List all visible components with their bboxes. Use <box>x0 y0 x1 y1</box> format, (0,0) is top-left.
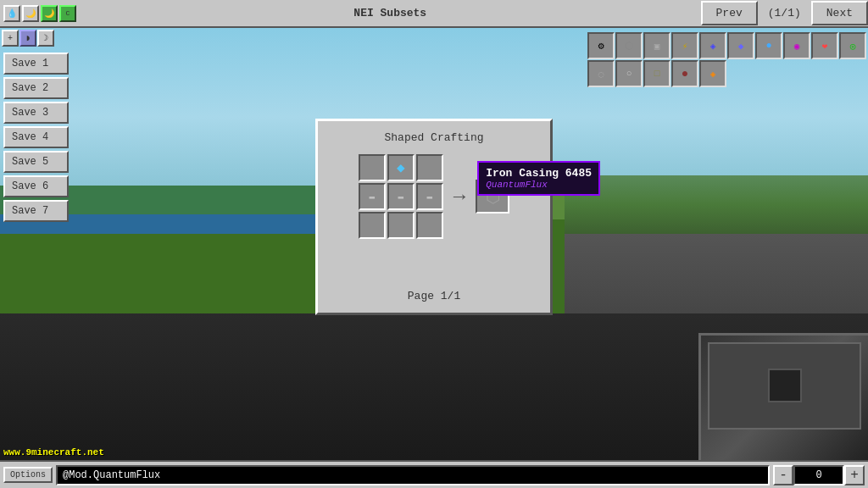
craft-slot-2-1[interactable] <box>387 212 415 239</box>
craft-slot-0-0[interactable] <box>359 154 386 181</box>
counter-display: 0 <box>793 465 844 485</box>
search-box[interactable] <box>56 465 770 485</box>
prev-button[interactable]: Prev <box>701 1 758 25</box>
inv-item-10[interactable]: ◎ <box>839 32 866 59</box>
inv-item-3[interactable]: ▣ <box>643 32 670 59</box>
icon-moon[interactable]: ◗ <box>19 30 36 47</box>
diamond-icon: ◆ <box>397 159 405 176</box>
icon-bucket[interactable]: + <box>2 30 19 47</box>
craft-arrow: → <box>453 186 465 208</box>
ingot-icon-2: ▬ <box>398 191 403 202</box>
top-bar-left-icons: 💧 🌙 🌙 C <box>0 3 80 24</box>
tooltip-mod-name: QuantumFlux <box>486 180 592 190</box>
save-2-button[interactable]: Save 2 <box>3 77 69 99</box>
nav-buttons: Prev (1/1) Next <box>701 1 868 25</box>
craft-slot-1-1[interactable]: ▬ <box>387 183 415 210</box>
craft-slot-1-0[interactable]: ▬ <box>359 183 386 210</box>
ingot-icon-3: ▬ <box>426 191 432 202</box>
craft-slot-2-0[interactable] <box>359 212 386 239</box>
second-icon-row: + ◗ ☽ <box>0 28 56 48</box>
icon-crescent[interactable]: ☽ <box>37 30 54 47</box>
inv-item-2[interactable]: ⬡ <box>615 32 643 59</box>
top-bar: 💧 🌙 🌙 C NEI Subsets Prev (1/1) Next <box>0 0 868 28</box>
craft-slot-0-1[interactable]: ◆ <box>387 154 415 181</box>
tooltip-item-name: Iron Casing 6485 <box>486 167 592 180</box>
bottom-bar: Options - 0 + <box>0 460 868 488</box>
icon-btn-2[interactable]: 🌙 <box>22 5 39 22</box>
search-input[interactable] <box>63 469 763 481</box>
inventory-area: ⚙ ⬡ ▣ ⚡ ◈ ◆ ● ◉ ❤ ◎ ◌ ○ □ ● ◈ <box>587 32 866 88</box>
craft-slot-0-2[interactable] <box>416 154 443 181</box>
plus-button[interactable]: + <box>844 465 865 485</box>
panel-title: Shaped Crafting <box>328 131 540 144</box>
inventory-row-2: ◌ ○ □ ● ◈ <box>587 60 866 87</box>
save-7-button[interactable]: Save 7 <box>3 200 69 222</box>
inv-item-13[interactable]: □ <box>643 60 670 87</box>
inv-item-14[interactable]: ● <box>671 60 698 87</box>
next-button[interactable]: Next <box>811 1 868 25</box>
inventory-row-1: ⚙ ⬡ ▣ ⚡ ◈ ◆ ● ◉ ❤ ◎ <box>587 32 866 59</box>
ingot-icon-1: ▬ <box>369 192 375 202</box>
save-6-button[interactable]: Save 6 <box>3 175 69 197</box>
sidebar: Save 1 Save 2 Save 3 Save 4 Save 5 Save … <box>0 49 72 228</box>
options-button[interactable]: Options <box>3 467 53 483</box>
inv-item-11[interactable]: ◌ <box>587 60 615 87</box>
craft-slot-2-2[interactable] <box>416 212 443 239</box>
icon-btn-1[interactable]: 💧 <box>3 5 20 22</box>
icon-btn-3[interactable]: 🌙 <box>41 5 58 22</box>
inv-item-4[interactable]: ⚡ <box>671 32 698 59</box>
inv-item-6[interactable]: ◆ <box>727 32 754 59</box>
item-tooltip: Iron Casing 6485 QuantumFlux <box>477 161 600 196</box>
inv-item-7[interactable]: ● <box>755 32 782 59</box>
inv-item-1[interactable]: ⚙ <box>587 32 615 59</box>
save-4-button[interactable]: Save 4 <box>3 126 69 148</box>
save-3-button[interactable]: Save 3 <box>3 102 69 124</box>
page-info: Page 1/1 <box>328 290 540 302</box>
inv-item-9[interactable]: ❤ <box>811 32 838 59</box>
craft-slot-1-2[interactable]: ▬ <box>416 183 443 210</box>
nei-subsets-label[interactable]: NEI Subsets <box>80 7 701 19</box>
watermark: www.9minecraft.net <box>3 447 104 458</box>
inv-item-15[interactable]: ◈ <box>699 60 726 87</box>
minus-button[interactable]: - <box>773 465 793 485</box>
inv-item-8[interactable]: ◉ <box>783 32 810 59</box>
save-5-button[interactable]: Save 5 <box>3 151 69 173</box>
icon-btn-4[interactable]: C <box>59 5 76 22</box>
save-1-button[interactable]: Save 1 <box>3 53 69 75</box>
inv-item-12[interactable]: ○ <box>615 60 643 87</box>
page-indicator: (1/1) <box>758 5 811 21</box>
craft-grid: ◆ ▬ ▬ ▬ <box>359 154 443 239</box>
crafting-panel: Shaped Crafting ◆ ▬ ▬ ▬ → <box>315 119 553 315</box>
inv-item-5[interactable]: ◈ <box>699 32 726 59</box>
